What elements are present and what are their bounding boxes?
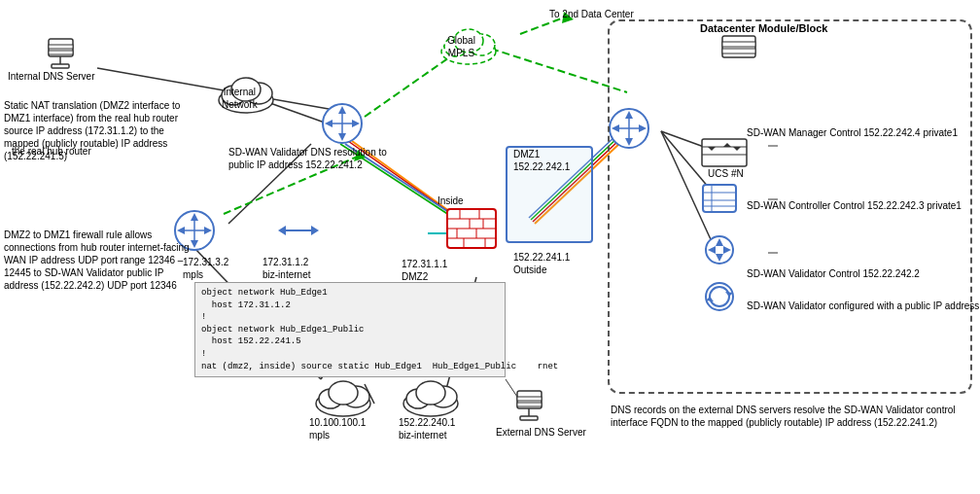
svg-rect-118 bbox=[517, 403, 542, 406]
dmz2-label: 172.31.1.1DMZ2 bbox=[402, 258, 447, 283]
svg-line-3 bbox=[491, 49, 627, 92]
sdwan-validator-icon bbox=[700, 280, 739, 316]
dns-note: DNS records on the external DNS servers … bbox=[611, 404, 970, 429]
svg-rect-35 bbox=[49, 51, 73, 54]
svg-rect-82 bbox=[702, 139, 747, 166]
bottom-mpls-label: 10.100.100.1mpls bbox=[309, 416, 366, 441]
bottom-biz-label: 152.22.240.1biz-internet bbox=[399, 416, 455, 441]
svg-marker-22 bbox=[278, 226, 286, 235]
sdwan-controller-icon bbox=[700, 233, 739, 269]
svg-rect-117 bbox=[517, 397, 542, 401]
dmz2-rule-annotation: DMZ2 to DMZ1 firewall rule allows connec… bbox=[4, 229, 198, 292]
sdwan-validator-label: SD-WAN Validator Control 152.22.242.2 bbox=[747, 267, 920, 280]
sdwan-validator-note: SD-WAN Validator configured with a publi… bbox=[747, 300, 979, 312]
diagram-container: Internal DNS Server InternalNetwork Glob… bbox=[0, 0, 980, 494]
dmz1-label: DMZ1152.22.242.1 bbox=[513, 148, 570, 173]
svg-marker-21 bbox=[311, 226, 319, 235]
outside-label: 152.22.241.1Outside bbox=[513, 251, 570, 276]
internal-dns-label: Internal DNS Server bbox=[8, 70, 94, 83]
svg-point-104 bbox=[329, 381, 358, 405]
svg-rect-34 bbox=[49, 45, 73, 49]
the-real-hub-router-label: the real hub router bbox=[12, 145, 91, 158]
code-box: object network Hub_Edge1 host 172.31.1.2… bbox=[194, 282, 506, 377]
sdwan-manager-icon bbox=[700, 183, 739, 219]
sdwan-controller-label: SD-WAN Controller Control 152.22.242.3 p… bbox=[747, 199, 962, 212]
global-mpls-label: GlobalMPLS bbox=[447, 34, 475, 59]
external-dns-node bbox=[512, 389, 546, 430]
svg-rect-80 bbox=[722, 42, 755, 47]
sdwan-dns-note: SD-WAN Validator DNS resolution to publi… bbox=[228, 146, 394, 171]
svg-rect-37 bbox=[52, 64, 69, 68]
svg-rect-88 bbox=[703, 185, 736, 212]
svg-rect-120 bbox=[520, 416, 538, 420]
external-dns-label: External DNS Server bbox=[496, 426, 586, 439]
dc-server-top bbox=[719, 34, 758, 70]
svg-rect-81 bbox=[722, 49, 755, 53]
sdwan-manager-label: SD-WAN Manager Control 152.22.242.4 priv… bbox=[747, 126, 958, 139]
ucs-n-label: UCS #N bbox=[708, 167, 744, 180]
hub-router bbox=[321, 102, 365, 148]
svg-point-108 bbox=[416, 381, 445, 405]
inside-label: Inside bbox=[438, 194, 464, 207]
biz-int-ip-label: 172.31.1.2biz-internet bbox=[262, 256, 310, 281]
firewall bbox=[442, 204, 501, 260]
internal-network-label: InternalNetwork bbox=[222, 86, 258, 111]
